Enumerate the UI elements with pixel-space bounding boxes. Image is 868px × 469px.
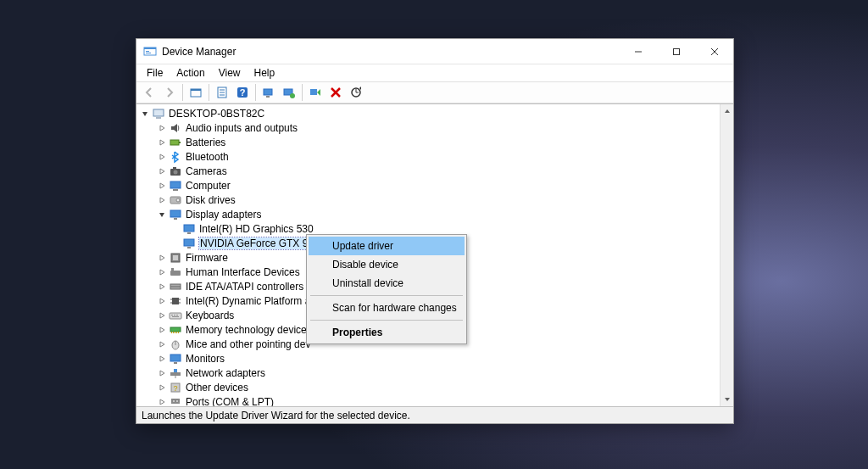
toolbar-separator [255,84,256,101]
expand-icon[interactable] [157,339,167,349]
expand-icon[interactable] [157,296,167,306]
svg-rect-70 [171,399,180,404]
vertical-scrollbar[interactable] [720,104,733,406]
tree-category-label: Keyboards [186,310,234,321]
svg-rect-41 [170,271,181,276]
display-icon [182,237,196,250]
svg-rect-29 [170,181,181,188]
menu-separator [310,295,463,296]
uninstall-button[interactable] [326,83,345,102]
menu-help[interactable]: Help [248,65,282,81]
collapse-icon[interactable] [157,209,167,220]
expand-icon[interactable] [157,166,167,176]
tree-category-label: Cameras [186,165,227,177]
menu-action[interactable]: Action [170,65,211,81]
collapse-icon[interactable] [140,109,150,119]
svg-rect-20 [310,89,317,95]
expand-icon[interactable] [157,354,167,364]
context-menu-item[interactable]: Scan for hardware changes [309,299,465,317]
up-level-button[interactable] [186,83,205,102]
tree-category-label: Mice and other pointing dev [186,338,310,350]
context-menu-item[interactable]: Update driver [309,237,465,255]
tree-category-label: Bluetooth [186,151,229,163]
tree-category[interactable]: Disk drives [136,193,720,207]
tree-category[interactable]: Computer [136,178,720,193]
svg-text:?: ? [173,384,177,393]
expand-icon[interactable] [157,368,167,378]
svg-rect-57 [173,332,174,333]
tree-category[interactable]: Audio inputs and outputs [136,120,720,135]
app-icon [143,45,157,59]
network-icon [169,366,182,380]
svg-rect-51 [171,315,173,315]
tree-category-label: Network adapters [186,367,265,379]
expand-icon[interactable] [157,282,167,292]
device-manager-window: Device Manager File Action View Help ? [136,38,734,424]
svg-rect-56 [171,332,172,333]
tree-category[interactable]: Batteries [136,135,720,149]
properties-button[interactable] [213,83,231,102]
svg-rect-28 [173,167,176,169]
tree-category[interactable]: Bluetooth [136,149,720,164]
expand-icon[interactable] [157,152,167,162]
scan-hardware-button[interactable] [259,83,278,102]
scroll-down-arrow[interactable] [721,393,733,406]
svg-rect-33 [170,210,181,217]
computer-icon [169,179,182,193]
forward-button[interactable] [160,83,179,102]
tree-category-label: IDE ATA/ATAPI controllers [186,281,303,293]
close-button[interactable] [695,39,733,64]
svg-rect-58 [175,332,175,333]
tree-category[interactable]: Ports (COM & LPT) [136,394,720,406]
tree-category[interactable]: ?Other devices [136,380,720,394]
help-button[interactable]: ? [233,83,252,102]
tree-category-label: Other devices [186,382,248,394]
context-menu-item[interactable]: Uninstall device [309,274,465,293]
ide-icon [169,280,182,293]
tree-root[interactable]: DESKTOP-0BST82C [136,106,720,120]
menu-view[interactable]: View [212,65,248,81]
context-menu-item[interactable]: Disable device [309,255,465,274]
tree-category[interactable]: Cameras [136,164,720,178]
tree-category[interactable]: Monitors [136,351,720,366]
expand-icon[interactable] [157,123,167,133]
statusbar: Launches the Update Driver Wizard for th… [136,406,733,423]
scroll-up-arrow[interactable] [721,104,733,118]
expand-icon[interactable] [157,382,167,393]
expand-icon[interactable] [157,310,167,321]
scan-changes-button[interactable] [347,83,365,102]
context-menu[interactable]: Update driverDisable deviceUninstall dev… [306,234,467,344]
svg-rect-23 [156,117,161,119]
context-menu-item[interactable]: Properties [309,323,465,342]
tree-device-label: Intel(R) HD Graphics 530 [199,223,314,235]
chip-icon [169,294,182,308]
menu-file[interactable]: File [140,65,170,81]
titlebar[interactable]: Device Manager [136,39,733,64]
expand-icon[interactable] [157,195,167,205]
maximize-button[interactable] [657,39,695,64]
tree-category-label: Human Interface Devices [186,266,300,278]
enable-button[interactable] [306,83,325,102]
tree-category[interactable]: Network adapters [136,366,720,380]
display-icon [169,208,182,221]
svg-rect-65 [170,372,181,376]
expand-icon[interactable] [157,181,167,191]
audio-icon [169,121,182,135]
ports-icon [169,395,182,407]
svg-rect-63 [170,355,181,361]
expand-icon[interactable] [157,397,167,407]
statusbar-text: Launches the Update Driver Wizard for th… [142,410,410,422]
svg-rect-36 [187,232,191,234]
tree-category-label: Audio inputs and outputs [186,122,298,134]
update-driver-button[interactable] [280,83,298,102]
tree-category-label: Firmware [186,252,228,264]
svg-rect-59 [176,332,177,333]
back-button[interactable] [140,83,159,102]
expand-icon[interactable] [157,325,167,335]
expand-icon[interactable] [157,267,167,277]
tree-category[interactable]: Display adapters [136,207,720,221]
disk-icon [169,193,182,207]
expand-icon[interactable] [157,253,167,263]
expand-icon[interactable] [157,137,167,148]
minimize-button[interactable] [619,39,657,64]
